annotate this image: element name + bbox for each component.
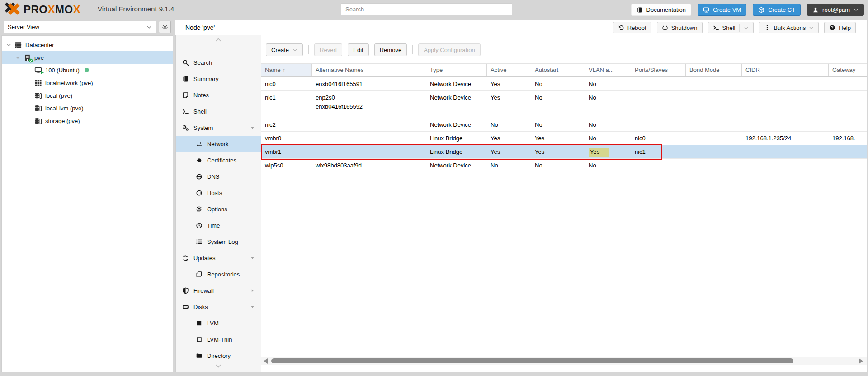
menu-item-time[interactable]: Time (176, 217, 261, 233)
chevron-down-icon[interactable] (6, 43, 11, 48)
cell-type: Linux Bridge (426, 132, 487, 145)
column-label: Ports/Slaves (635, 67, 668, 73)
menu-item-directory[interactable]: Directory (176, 347, 261, 361)
search-icon (182, 59, 189, 66)
create-button[interactable]: Create (266, 43, 303, 56)
tree-item-pve[interactable]: pve (2, 51, 173, 64)
help-button[interactable]: Help (824, 22, 856, 33)
cell-cidr (742, 145, 829, 158)
network-row-vmbr0[interactable]: vmbr0Linux BridgeYesYesNonic0192.168.1.2… (261, 132, 867, 145)
scroll-left-arrow[interactable] (264, 358, 268, 364)
menu-item-updates[interactable]: Updates (176, 250, 261, 266)
menu-scroll-up[interactable] (176, 36, 261, 43)
menu-item-hosts[interactable]: Hosts (176, 185, 261, 201)
network-grid-icon-wrap (34, 79, 42, 87)
menu-item-disks[interactable]: Disks (176, 299, 261, 315)
tri-right-icon[interactable] (250, 288, 255, 293)
cell-autostart: No (531, 91, 585, 118)
cell-active: Yes (487, 132, 531, 145)
network-row-nic1[interactable]: nic1enp2s0enxb0416f165592Network DeviceY… (261, 91, 867, 118)
menu-item-system-log[interactable]: System Log (176, 233, 261, 250)
menu-scroll-down[interactable] (176, 362, 261, 370)
menu-item-shell[interactable]: Shell (176, 103, 261, 119)
menu-item-system[interactable]: System (176, 119, 261, 136)
revert-button[interactable]: Revert (314, 43, 342, 56)
tri-down-icon[interactable] (250, 256, 255, 261)
chev-down-icon (809, 25, 814, 30)
global-search-input[interactable] (341, 3, 512, 15)
tree-item-storage-pve-[interactable]: storage (pve) (2, 114, 173, 127)
menu-item-dns[interactable]: DNS (176, 168, 261, 185)
globe-icon (196, 190, 203, 196)
menu-item-lvm-thin[interactable]: LVM-Thin (176, 331, 261, 347)
tree-item-local-pve-[interactable]: local (pve) (2, 89, 173, 102)
menu-item-network[interactable]: Network (176, 136, 261, 152)
brand-part: X (48, 3, 56, 16)
column-header-gateway[interactable]: Gateway (829, 64, 867, 76)
shell-button[interactable]: Shell (708, 22, 754, 33)
node-menu: SearchSummaryNotesShellSystemNetworkCert… (176, 35, 261, 372)
remove-button[interactable]: Remove (374, 43, 407, 56)
column-header-type[interactable]: Type (426, 64, 487, 76)
grid-icon (34, 79, 42, 87)
chevron-down-icon (215, 362, 222, 370)
sort-ascending-indicator: ↑ (283, 67, 286, 73)
bulk-actions-button[interactable]: Bulk Actions (759, 22, 819, 33)
tree-item-100-ubuntu-[interactable]: 100 (Ubuntu) (2, 64, 173, 76)
tri-down-icon[interactable] (250, 125, 255, 130)
column-header-ports[interactable]: Ports/Slaves (631, 64, 686, 76)
monitor-icon (703, 7, 709, 13)
reboot-button[interactable]: Reboot (613, 22, 651, 33)
tree-item-local-lvm-pve-[interactable]: local-lvm (pve) (2, 102, 173, 114)
cell-bond (686, 145, 742, 158)
edit-button[interactable]: Edit (348, 43, 368, 56)
column-header-bond[interactable]: Bond Mode (686, 64, 742, 76)
user-menu-button[interactable]: root@pam (807, 4, 864, 16)
horizontal-scrollbar[interactable] (261, 357, 867, 365)
tree-settings-button[interactable] (159, 21, 171, 33)
scroll-right-arrow[interactable] (859, 358, 863, 364)
column-header-vlan[interactable]: VLAN a... (585, 64, 631, 76)
gear-icon (196, 206, 203, 213)
network-row-vmbr1[interactable]: vmbr1Linux BridgeYesYesYesnic1 (261, 145, 867, 159)
menu-item-search[interactable]: Search (176, 54, 261, 71)
cogs-icon (182, 124, 189, 131)
menu-item-summary[interactable]: Summary (176, 71, 261, 87)
cell-gateway (829, 91, 867, 118)
menu-item-notes[interactable]: Notes (176, 87, 261, 103)
create-label: Create (271, 47, 289, 53)
column-header-active[interactable]: Active (487, 64, 531, 76)
documentation-button[interactable]: Documentation (631, 4, 691, 16)
cell-bond (686, 159, 742, 172)
menu-item-firewall[interactable]: Firewall (176, 282, 261, 299)
menu-item-repositories[interactable]: Repositories (176, 266, 261, 282)
network-row-nic2[interactable]: nic2Network DeviceNoNoNo (261, 118, 867, 132)
tree-item-label: localnetwork (pve) (45, 80, 93, 86)
menu-item-certificates[interactable]: Certificates (176, 152, 261, 168)
cell-vlan: No (585, 91, 631, 118)
chevron-down-icon[interactable] (15, 55, 20, 60)
book-icon (637, 7, 643, 13)
create-ct-button[interactable]: Create CT (753, 4, 801, 16)
menu-item-options[interactable]: Options (176, 201, 261, 217)
cell-name: vmbr0 (261, 132, 312, 145)
menu-item-lvm[interactable]: LVM (176, 315, 261, 331)
column-label: Autostart (535, 67, 558, 73)
create-vm-button[interactable]: Create VM (698, 4, 746, 16)
column-header-cidr[interactable]: CIDR (742, 64, 829, 76)
tree-item-localnetwork-pve-[interactable]: localnetwork (pve) (2, 76, 173, 89)
alt-name-line: wlx98bd803aaf9d (316, 161, 423, 170)
tri-down-icon[interactable] (250, 305, 255, 309)
column-header-name[interactable]: Name↑ (261, 64, 312, 76)
column-header-autostart[interactable]: Autostart (531, 64, 585, 76)
shutdown-button[interactable]: Shutdown (657, 22, 703, 33)
alt-name-line: enxb0416f165592 (316, 102, 423, 111)
network-row-nic0[interactable]: nic0enxb0416f165591Network DeviceYesNoNo (261, 77, 867, 91)
column-header-alt[interactable]: Alternative Names (312, 64, 426, 76)
apply-configuration-button[interactable]: Apply Configuration (418, 43, 480, 56)
chevron-up-icon (215, 36, 222, 43)
tree-item-datacenter[interactable]: Datacenter (2, 38, 173, 51)
scrollbar-thumb[interactable] (271, 358, 793, 363)
network-row-wlp5s0[interactable]: wlp5s0wlx98bd803aaf9dNetwork DeviceNoNoN… (261, 159, 867, 172)
view-selector-combo[interactable]: Server View (4, 21, 156, 33)
